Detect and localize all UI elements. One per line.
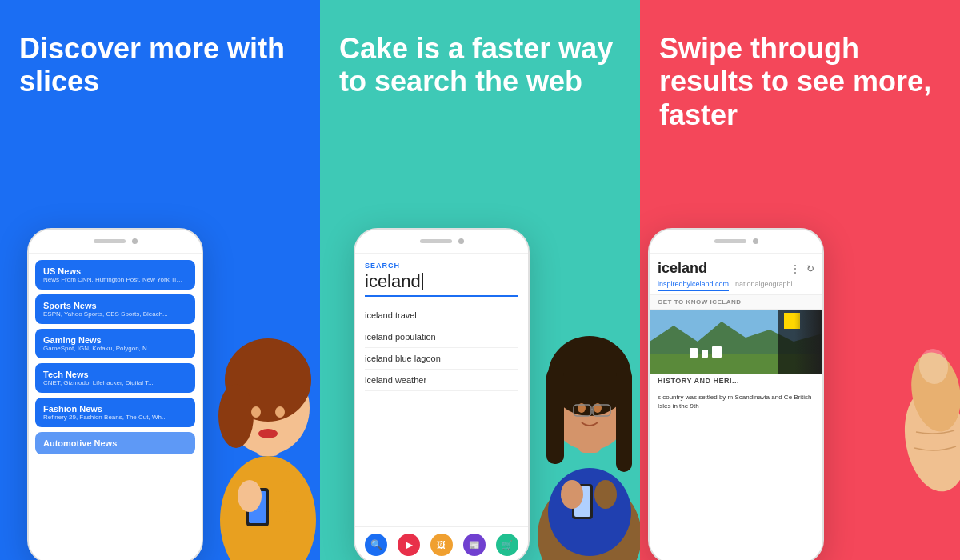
results-search-term: iceland xyxy=(658,260,707,277)
search-cursor xyxy=(422,273,423,290)
phone-camera-2 xyxy=(458,238,464,244)
slice-fashion-news[interactable]: Fashion News Refinery 29, Fashion Beans,… xyxy=(35,398,195,427)
results-action-icons: ⋮ ↻ xyxy=(790,263,814,274)
person-image-2 xyxy=(524,248,640,560)
panel-results: Swipe through results to see more, faste… xyxy=(640,0,960,560)
results-screen: iceland ⋮ ↻ inspiredbyiceland.com nation… xyxy=(650,254,822,415)
results-landscape-image xyxy=(650,310,822,374)
slice-desc: Refinery 29, Fashion Beans, The Cut, Wh.… xyxy=(43,414,187,421)
slice-desc: ESPN, Yahoo Sports, CBS Sports, Bleach..… xyxy=(43,310,187,318)
slice-title: Tech News xyxy=(43,370,187,379)
finger-image xyxy=(884,336,960,496)
svg-rect-18 xyxy=(616,368,632,472)
slice-title: Sports News xyxy=(43,301,187,310)
search-suggestion-2[interactable]: iceland population xyxy=(365,326,518,348)
news-icon-btn[interactable]: 📰 xyxy=(463,534,486,556)
phone-top-bar xyxy=(29,230,202,254)
shop-icon: 🛒 xyxy=(502,540,513,550)
results-section-label2: HISTORY AND HERI... xyxy=(650,374,822,388)
phone-mockup-1: US News News From CNN, Huffington Post, … xyxy=(27,228,203,560)
svg-point-4 xyxy=(218,384,254,448)
slice-title: Fashion News xyxy=(43,404,187,414)
results-section-label: GET TO KNOW ICELAND xyxy=(650,295,822,310)
search-icon-btn[interactable]: 🔍 xyxy=(365,534,387,556)
slice-desc: GameSpot, IGN, Kotaku, Polygon, N... xyxy=(43,345,187,352)
search-suggestion-1[interactable]: iceland travel xyxy=(365,305,518,326)
tab-inspired[interactable]: inspiredbyiceland.com xyxy=(658,280,729,291)
phone-camera-3 xyxy=(753,238,758,244)
results-header: iceland ⋮ ↻ inspiredbyiceland.com nation… xyxy=(650,254,822,295)
svg-point-7 xyxy=(258,429,278,438)
results-body-text: s country was settled by m Scandinavia a… xyxy=(650,388,822,415)
phone-camera xyxy=(132,238,138,244)
svg-point-26 xyxy=(561,480,583,509)
slice-auto-news[interactable]: Automotive News xyxy=(35,432,195,454)
search-icon: 🔍 xyxy=(370,539,382,550)
panel-1-title: Discover more with slices xyxy=(19,32,301,98)
phone-screen-1: US News News From CNN, Huffington Post, … xyxy=(29,254,202,560)
phone-mockup-2: SEARCH iceland iceland travel iceland po… xyxy=(354,228,530,560)
news-icon: 📰 xyxy=(469,540,480,550)
results-tabs: inspiredbyiceland.com nationalgeographi.… xyxy=(658,280,814,291)
search-suggestion-3[interactable]: iceland blue lagoon xyxy=(365,348,518,370)
shop-icon-btn[interactable]: 🛒 xyxy=(496,534,518,556)
svg-point-10 xyxy=(238,480,262,512)
phone-top-bar-2 xyxy=(355,230,528,254)
slice-sports-news[interactable]: Sports News ESPN, Yahoo Sports, CBS Spor… xyxy=(35,294,195,324)
svg-rect-31 xyxy=(690,348,698,358)
search-suggestion-4[interactable]: iceland weather xyxy=(365,370,518,391)
phone-mockup-3: iceland ⋮ ↻ inspiredbyiceland.com nation… xyxy=(648,228,824,560)
search-query-text: iceland xyxy=(365,271,421,292)
search-query-field[interactable]: iceland xyxy=(365,271,518,297)
phone-top-bar-3 xyxy=(650,230,822,254)
svg-rect-17 xyxy=(546,368,564,464)
svg-point-11 xyxy=(274,480,298,512)
slice-desc: CNET, Gizmodo, Lifehacker, Digital T... xyxy=(43,379,187,386)
slice-title: US News xyxy=(43,266,187,276)
more-options-icon[interactable]: ⋮ xyxy=(790,263,800,274)
svg-point-27 xyxy=(594,480,617,509)
image-icon-btn[interactable]: 🖼 xyxy=(430,534,453,556)
slice-title: Gaming News xyxy=(43,335,187,345)
svg-rect-32 xyxy=(702,350,708,358)
slice-title: Automotive News xyxy=(43,438,187,448)
svg-point-5 xyxy=(251,406,261,418)
person-image-1 xyxy=(200,256,320,560)
slice-desc: News From CNN, Huffington Post, New York… xyxy=(43,276,187,283)
panel-3-title: Swipe through results to see more, faste… xyxy=(659,32,941,131)
phone-speaker-2 xyxy=(420,239,452,243)
search-label: SEARCH xyxy=(365,262,518,270)
panel-2-title: Cake is a faster way to search the web xyxy=(339,32,621,98)
refresh-icon[interactable]: ↻ xyxy=(806,263,814,274)
phone-screen-3: iceland ⋮ ↻ inspiredbyiceland.com nation… xyxy=(650,254,822,560)
slice-gaming-news[interactable]: Gaming News GameSpot, IGN, Kotaku, Polyg… xyxy=(35,329,195,358)
image-icon: 🖼 xyxy=(437,540,446,550)
slices-list: US News News From CNN, Huffington Post, … xyxy=(29,254,202,461)
slice-tech-news[interactable]: Tech News CNET, Gizmodo, Lifehacker, Dig… xyxy=(35,363,195,393)
phone-speaker xyxy=(94,239,126,243)
slice-us-news[interactable]: US News News From CNN, Huffington Post, … xyxy=(35,260,195,290)
panel-search: Cake is a faster way to search the web S… xyxy=(320,0,640,560)
search-screen: SEARCH iceland iceland travel iceland po… xyxy=(355,254,528,399)
tab-natgeo[interactable]: nationalgeographi... xyxy=(735,280,798,291)
phone-screen-2: SEARCH iceland iceland travel iceland po… xyxy=(355,254,528,560)
svg-rect-33 xyxy=(712,346,722,358)
search-bottom-bar: 🔍 ▶ 🖼 📰 🛒 xyxy=(355,526,528,560)
svg-point-6 xyxy=(275,406,285,418)
panel-discover: Discover more with slices US News News F… xyxy=(0,0,320,560)
image-overlay xyxy=(794,310,822,374)
video-icon-btn[interactable]: ▶ xyxy=(398,534,420,556)
phone-speaker-3 xyxy=(714,239,746,243)
video-icon: ▶ xyxy=(406,539,413,550)
